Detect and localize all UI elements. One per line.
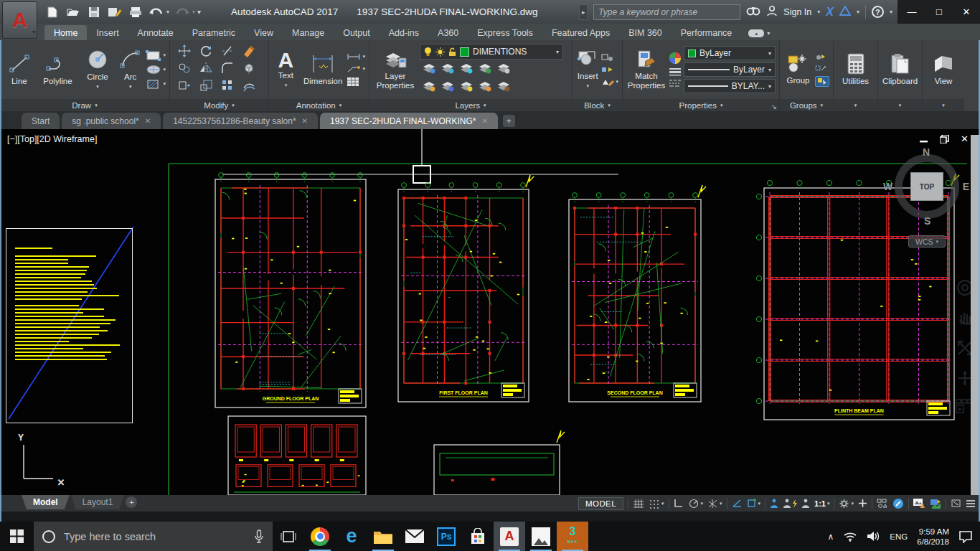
- ribbon-tab-bim-360[interactable]: BIM 360: [619, 25, 672, 40]
- fillet-tool-icon[interactable]: [221, 62, 234, 77]
- a360-dropdown-icon[interactable]: ▾: [857, 9, 859, 15]
- edit-attributes-tool[interactable]: [601, 65, 618, 74]
- dimension-tool[interactable]: Dimension: [301, 52, 345, 88]
- taskbar-microsoft-store[interactable]: [462, 522, 494, 551]
- plus-icon[interactable]: [858, 499, 867, 508]
- user-icon[interactable]: [766, 5, 778, 19]
- ortho-icon[interactable]: [674, 499, 684, 508]
- file-tab[interactable]: sg .public school*✕: [62, 113, 161, 129]
- layer-select-dropdown[interactable]: DIMENTIONS ▾: [420, 44, 563, 60]
- taskbar-mail[interactable]: [399, 522, 430, 551]
- visual-style-control[interactable]: [2D Wireframe]: [37, 134, 97, 144]
- redo-icon[interactable]: [174, 4, 190, 20]
- application-menu-button[interactable]: A ▾: [2, 1, 37, 39]
- ribbon-tab-add-ins[interactable]: Add-ins: [380, 25, 428, 40]
- array-tool-icon[interactable]: [221, 79, 234, 95]
- microphone-icon[interactable]: [254, 529, 264, 544]
- taskbar-search-box[interactable]: [34, 522, 273, 551]
- ungroup-tool[interactable]: [815, 53, 829, 61]
- view-control[interactable]: [Top]: [17, 134, 37, 144]
- search-binoculars-icon[interactable]: [746, 5, 760, 19]
- search-expand-icon[interactable]: ▸: [579, 4, 588, 20]
- lineweight-dropdown[interactable]: ByLayer▾: [684, 62, 776, 77]
- model-space-button[interactable]: MODEL: [578, 497, 623, 510]
- text-tool[interactable]: A Text▾: [273, 48, 299, 91]
- partial-plan[interactable]: [434, 430, 565, 495]
- performance-recorder-icon[interactable]: !: [913, 499, 925, 509]
- help-icon[interactable]: ?: [872, 6, 884, 18]
- command-line-strip[interactable]: [0, 512, 980, 522]
- task-view-button[interactable]: [273, 522, 304, 551]
- customize-icon[interactable]: [966, 499, 976, 508]
- taskbar-photoshop[interactable]: Ps: [430, 522, 462, 551]
- drawing-area[interactable]: Y✕GROUND FLOOR PLANFIRST FLOOR PLANSECON…: [0, 129, 980, 495]
- start-button[interactable]: [0, 522, 34, 551]
- maximize-button[interactable]: □: [925, 0, 953, 24]
- group-button[interactable]: Group: [783, 52, 813, 87]
- ground-floor-plan[interactable]: GROUND FLOOR PLAN: [215, 173, 366, 408]
- open-file-icon[interactable]: [65, 4, 81, 20]
- block-panel-footer[interactable]: Block▾: [573, 99, 622, 111]
- view-button[interactable]: View: [932, 52, 955, 88]
- object-color-icon[interactable]: [669, 52, 682, 65]
- osnap-icon[interactable]: ▾: [747, 499, 761, 508]
- layer-merge-icon[interactable]: [496, 80, 511, 95]
- a360-icon[interactable]: [839, 6, 851, 19]
- circle-tool[interactable]: Circle▾: [80, 47, 115, 93]
- minimize-button[interactable]: —: [898, 0, 925, 24]
- annotation-visibility-icon[interactable]: [770, 499, 778, 509]
- linear-dimension-tool[interactable]: ▾: [347, 52, 365, 61]
- new-layout-button[interactable]: +: [126, 496, 137, 508]
- file-tab-close-icon[interactable]: ✕: [481, 117, 487, 125]
- snap-mode-icon[interactable]: ▾: [649, 499, 664, 509]
- linetype-dropdown[interactable]: BYLAY...▾: [684, 79, 776, 93]
- hidden-icons-chevron[interactable]: ∧: [828, 532, 834, 542]
- undo-icon[interactable]: [149, 4, 164, 20]
- new-file-icon[interactable]: [44, 4, 60, 20]
- first-floor-plan[interactable]: FIRST FLOOR PLAN: [398, 175, 534, 402]
- isolate-objects-icon[interactable]: [877, 499, 888, 508]
- ribbon-tab-performance[interactable]: Performance: [672, 25, 742, 40]
- utilities-panel-footer[interactable]: ▾: [834, 99, 877, 111]
- layer-lock-icon[interactable]: [478, 62, 492, 77]
- taskbar-search-input[interactable]: [62, 530, 247, 543]
- utilities-button[interactable]: Utilities: [842, 52, 870, 88]
- ribbon-tab-home[interactable]: Home: [44, 25, 87, 40]
- redo-dropdown-icon[interactable]: ▾: [192, 9, 195, 15]
- rectangle-tool[interactable]: ▾: [146, 50, 166, 61]
- sign-in-dropdown-icon[interactable]: ▾: [817, 9, 820, 15]
- help-search-input[interactable]: [593, 4, 740, 20]
- file-tab[interactable]: 1937 SEC-2HUDA FINAL-WORKING*✕: [320, 113, 498, 129]
- save-icon[interactable]: [86, 4, 102, 20]
- taskbar-photos[interactable]: [525, 522, 557, 551]
- object-color-dropdown[interactable]: ByLayer▾: [684, 46, 776, 60]
- ribbon-collapse-control[interactable]: ▴▾: [748, 29, 770, 37]
- trim-tool-icon[interactable]: [221, 44, 234, 60]
- sign-in-button[interactable]: Sign In: [783, 7, 811, 17]
- erase-tool-icon[interactable]: [242, 44, 255, 60]
- layer-match-icon[interactable]: [496, 62, 511, 77]
- render-status-icon[interactable]: [930, 499, 941, 509]
- wcs-dropdown[interactable]: WCS▾: [908, 235, 946, 248]
- viewcube[interactable]: N W E S TOP: [890, 149, 964, 224]
- table-tool[interactable]: [347, 77, 365, 87]
- taskbar-autocad[interactable]: A: [494, 522, 525, 551]
- new-drawing-tab-button[interactable]: +: [503, 115, 515, 127]
- file-tab-close-icon[interactable]: ✕: [302, 117, 308, 125]
- undo-dropdown-icon[interactable]: ▾: [166, 9, 169, 15]
- taskbar-chrome[interactable]: [304, 522, 336, 551]
- drawing-close-button[interactable]: ✕: [961, 133, 969, 144]
- ribbon-tab-parametric[interactable]: Parametric: [183, 25, 245, 40]
- second-floor-plan[interactable]: SECOND FLOOR PLAN: [569, 185, 706, 402]
- layer-unisolate-icon[interactable]: [422, 80, 436, 95]
- help-dropdown-icon[interactable]: ▾: [890, 9, 892, 15]
- viewcube-west[interactable]: W: [883, 181, 892, 192]
- ribbon-tab-annotate[interactable]: Annotate: [128, 25, 183, 40]
- file-tab[interactable]: 14522537561286-Beauty salon*✕: [163, 113, 318, 129]
- ribbon-tab-insert[interactable]: Insert: [87, 25, 128, 40]
- ellipse-tool[interactable]: ▾: [146, 65, 166, 75]
- ribbon-tab-manage[interactable]: Manage: [283, 25, 334, 40]
- volume-icon[interactable]: [867, 531, 880, 542]
- scale-tool-icon[interactable]: [199, 79, 212, 95]
- grid-display-icon[interactable]: [633, 499, 644, 509]
